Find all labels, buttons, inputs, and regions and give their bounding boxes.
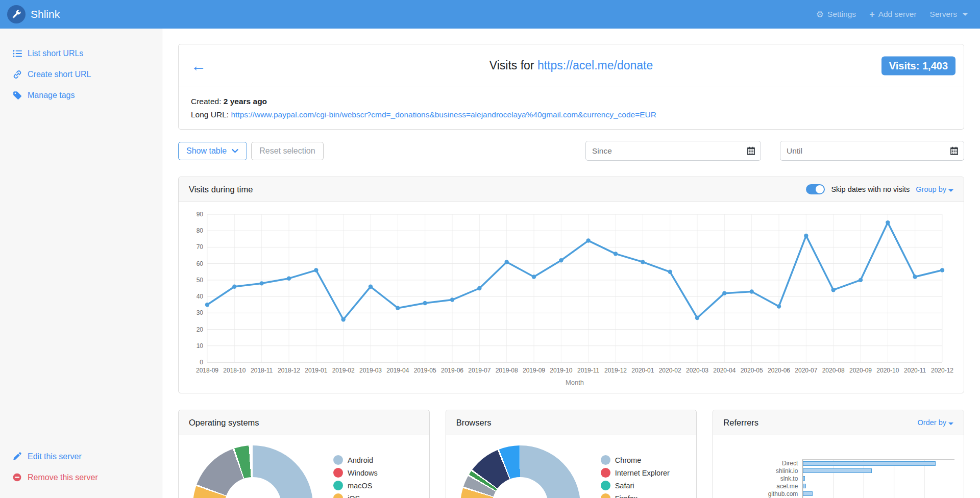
wrench-icon xyxy=(7,5,26,23)
legend-label: Chrome xyxy=(615,456,642,464)
referrers-card-body: Directshlink.ioslnk.toacel.megithub.comw… xyxy=(713,435,964,498)
data-point xyxy=(940,268,944,272)
bar-label: slnk.to xyxy=(727,475,802,482)
x-tick-label: 2019-09 xyxy=(523,367,545,374)
data-point xyxy=(559,258,563,262)
list-icon xyxy=(12,48,22,58)
remove-server-link[interactable]: Remove this server xyxy=(0,467,162,488)
data-point xyxy=(749,289,753,293)
sidebar-item-list-short-urls[interactable]: List short URLs xyxy=(0,43,162,64)
bar-row: shlink.io xyxy=(727,467,954,475)
x-tick-label: 2019-07 xyxy=(468,367,491,374)
legend-item[interactable]: Chrome xyxy=(601,454,670,466)
settings-link[interactable]: ⚙︎ Settings xyxy=(816,10,856,19)
back-button[interactable]: ← xyxy=(191,58,206,73)
until-input[interactable] xyxy=(780,141,964,161)
show-table-button[interactable]: Show table xyxy=(178,142,247,160)
bar-track xyxy=(802,490,954,497)
x-tick-label: 2019-01 xyxy=(305,367,327,374)
legend-item[interactable]: Android xyxy=(333,454,378,466)
x-tick-label: 2020-04 xyxy=(713,367,736,374)
created-row: Created: 2 years ago xyxy=(191,95,951,108)
x-tick-label: 2020-11 xyxy=(904,367,926,374)
legend-item[interactable]: macOS xyxy=(333,479,378,492)
legend-color-dot xyxy=(601,468,610,478)
skip-dates-toggle[interactable] xyxy=(806,184,825,194)
x-tick-label: 2019-11 xyxy=(577,367,599,374)
y-tick-label: 50 xyxy=(197,277,204,284)
long-url-link[interactable]: https://www.paypal.com/cgi-bin/webscr?cm… xyxy=(231,110,656,119)
data-point xyxy=(341,317,345,321)
data-point xyxy=(886,220,890,225)
data-point xyxy=(586,238,590,242)
visits-card-header: ← Visits for https://acel.me/donate Visi… xyxy=(179,44,964,87)
y-tick-label: 20 xyxy=(197,326,204,333)
edit-server-link[interactable]: Edit this server xyxy=(0,446,162,467)
brand[interactable]: Shlink xyxy=(7,5,60,23)
data-point xyxy=(722,291,726,295)
line-chart: 01020304050607080902018-092018-102018-11… xyxy=(189,210,953,387)
browsers-doughnut-chart xyxy=(460,445,580,498)
bar-label: Direct xyxy=(727,460,802,467)
os-doughnut-chart xyxy=(193,445,313,498)
x-tick-label: 2018-12 xyxy=(278,367,300,374)
x-tick-label: 2020-02 xyxy=(659,367,681,374)
data-point xyxy=(532,275,536,279)
data-point xyxy=(287,276,291,280)
data-point xyxy=(259,281,263,285)
legend-color-dot xyxy=(333,493,343,498)
sidebar-bottom: Edit this server Remove this server xyxy=(0,446,162,488)
legend-label: Safari xyxy=(615,482,634,490)
reset-selection-button[interactable]: Reset selection xyxy=(251,142,323,160)
caret-down-icon xyxy=(948,189,953,192)
bar-row: slnk.to xyxy=(727,475,954,482)
y-tick-label: 30 xyxy=(197,309,204,316)
legend-item[interactable]: Firefox xyxy=(601,492,670,498)
data-point xyxy=(369,285,373,289)
visited-url-link[interactable]: https://acel.me/donate xyxy=(537,59,653,72)
time-chart-body: 01020304050607080902018-092018-102018-11… xyxy=(179,202,964,393)
x-tick-label: 2019-08 xyxy=(496,367,518,374)
minus-circle-icon xyxy=(12,472,22,482)
visits-card-body: Created: 2 years ago Long URL: https://w… xyxy=(179,87,964,129)
order-by-dropdown[interactable]: Order by xyxy=(918,418,953,427)
data-point xyxy=(777,304,781,308)
until-date-box xyxy=(780,141,964,161)
tag-icon xyxy=(12,90,22,100)
bar xyxy=(803,484,805,488)
card-title: Operating systems xyxy=(189,418,259,428)
bar-label: acel.me xyxy=(727,483,802,490)
time-chart-card-header: Visits during time Skip dates with no vi… xyxy=(179,177,964,202)
servers-label: Servers xyxy=(930,10,957,19)
data-point xyxy=(205,303,209,307)
navbar-right: ⚙︎ Settings + Add server Servers xyxy=(816,10,968,19)
x-tick-label: 2019-10 xyxy=(550,367,572,374)
legend-color-dot xyxy=(333,455,343,465)
data-point xyxy=(913,275,917,279)
chevron-down-icon xyxy=(231,147,239,155)
x-tick-label: 2020-07 xyxy=(795,367,817,374)
bar xyxy=(803,476,805,481)
sidebar-item-manage-tags[interactable]: Manage tags xyxy=(0,85,162,106)
created-value: 2 years ago xyxy=(224,97,267,106)
x-tick-label: 2020-09 xyxy=(849,367,872,374)
bar-label: github.com xyxy=(727,490,802,497)
os-card-body: AndroidWindowsmacOSiOS xyxy=(179,435,429,498)
long-url-row: Long URL: https://www.paypal.com/cgi-bin… xyxy=(191,108,951,121)
group-by-dropdown[interactable]: Group by xyxy=(916,185,953,193)
bar-row: acel.me xyxy=(727,482,954,490)
legend-item[interactable]: Internet Explorer xyxy=(601,466,670,479)
add-server-link[interactable]: + Add server xyxy=(869,10,916,19)
visits-badge: Visits: 1,403 xyxy=(881,56,955,75)
browsers-card: Browsers ChromeInternet ExplorerSafariFi… xyxy=(446,410,697,498)
caret-down-icon xyxy=(963,13,968,16)
since-input[interactable] xyxy=(585,141,761,161)
servers-dropdown[interactable]: Servers xyxy=(930,10,968,19)
x-tick-label: 2020-12 xyxy=(931,367,953,374)
sidebar-item-create-short-url[interactable]: Create short URL xyxy=(0,64,162,85)
card-title: Visits during time xyxy=(189,185,253,194)
legend-item[interactable]: iOS xyxy=(333,492,378,498)
legend-item[interactable]: Windows xyxy=(333,466,378,479)
x-tick-label: 2020-05 xyxy=(741,367,763,374)
legend-item[interactable]: Safari xyxy=(601,479,670,492)
